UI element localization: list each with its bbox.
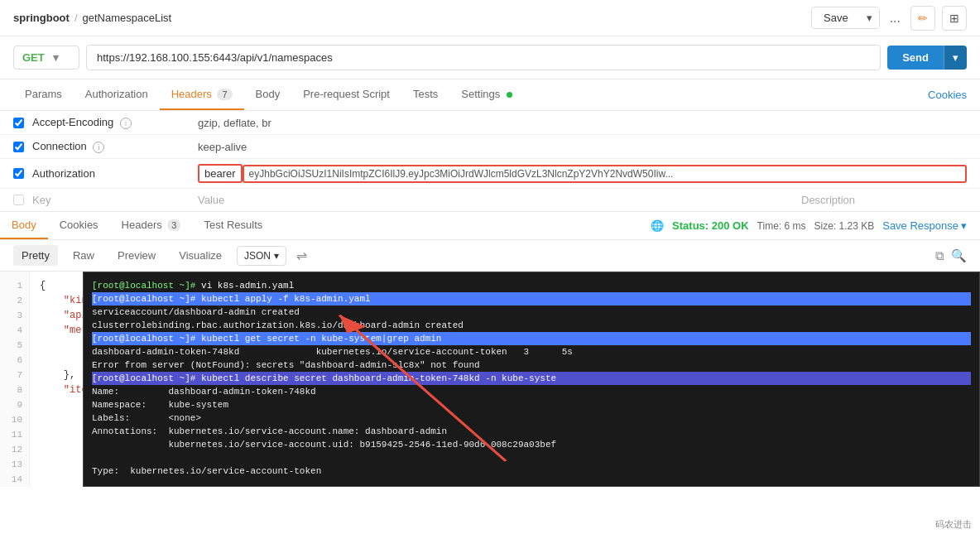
line-num-2: 2	[3, 293, 22, 308]
format-label: JSON	[244, 250, 271, 262]
info-icon-connection[interactable]: i	[93, 142, 104, 153]
header-key-authorization: Authorization	[32, 167, 198, 180]
save-button[interactable]: Save	[812, 7, 860, 28]
response-tab-body[interactable]: Body	[0, 212, 48, 239]
line-num-12: 12	[3, 442, 22, 457]
code-tab-preview[interactable]: Preview	[109, 245, 164, 266]
tab-tests[interactable]: Tests	[401, 79, 449, 110]
response-time: Time: 6 ms	[757, 220, 806, 232]
line-num-8: 8	[3, 383, 22, 397]
bearer-label: bearer	[198, 164, 243, 183]
save-response-label: Save Response	[882, 219, 958, 232]
tab-prerequest[interactable]: Pre-request Script	[291, 79, 401, 110]
line-numbers: 1 2 3 4 5 6 7 8 9 10 11 12 13 14	[0, 272, 30, 487]
code-actions: ⧉ 🔍	[935, 248, 967, 263]
line-num-9: 9	[3, 397, 22, 412]
chevron-down-icon-response: ▾	[961, 219, 967, 232]
response-tab-test-results[interactable]: Test Results	[192, 212, 274, 239]
line-num-11: 11	[3, 427, 22, 442]
code-tab-visualize[interactable]: Visualize	[171, 245, 230, 266]
terminal-overlay[interactable]: [root@localhost ~]# vi k8s-admin.yaml [r…	[83, 272, 980, 487]
tab-headers[interactable]: Headers 7	[160, 79, 244, 110]
header-value-connection: keep-alive	[198, 141, 967, 153]
header-value-authorization: bearer eyJhbGciOiJSUzI1NiIsImtpZCI6IlJ9.…	[198, 164, 967, 183]
cookies-link[interactable]: Cookies	[928, 89, 967, 101]
new-header-key[interactable]: Key	[32, 194, 198, 206]
term-line-3: serviceaccount/dashboard-admin created	[92, 306, 971, 319]
term-line-6: dashboard-admin-token-748kd kubernetes.i…	[92, 345, 971, 359]
new-header-description: Description	[801, 194, 967, 206]
code-tab-pretty[interactable]: Pretty	[13, 245, 58, 266]
method-selector[interactable]: GET ▾	[13, 46, 79, 70]
format-selector[interactable]: JSON ▾	[237, 246, 286, 266]
header-key-accept-encoding: Accept-Encoding i	[32, 116, 198, 129]
term-line-10: Namespace: kube-system	[92, 398, 971, 411]
edit-icon: ✏	[918, 12, 928, 25]
line-num-5: 5	[3, 338, 22, 353]
search-button[interactable]: 🔍	[951, 248, 967, 263]
copy-button[interactable]: ⧉	[935, 248, 944, 263]
project-name[interactable]: springboot	[13, 12, 70, 24]
save-dropdown-button[interactable]: ▾	[860, 7, 879, 28]
header-row-authorization: Authorization bearer eyJhbGciOiJSUzI1NiI…	[0, 159, 980, 189]
top-actions: Save ▾ ... ✏ ⊞	[811, 6, 967, 31]
tab-body[interactable]: Body	[244, 79, 292, 110]
headers-section: Accept-Encoding i gzip, deflate, br Conn…	[0, 111, 980, 211]
send-button-group: Send ▾	[887, 46, 967, 70]
code-tab-raw[interactable]: Raw	[65, 245, 103, 266]
response-tab-headers[interactable]: Headers 3	[110, 212, 193, 239]
save-response-button[interactable]: Save Response ▾	[882, 219, 967, 232]
tab-authorization[interactable]: Authorization	[74, 79, 160, 110]
method-label: GET	[22, 51, 45, 64]
term-line-12: Annotations: kubernetes.io/service-accou…	[92, 425, 971, 438]
request-name[interactable]: getNamespaceList	[83, 12, 172, 24]
line-num-7: 7	[3, 368, 22, 383]
info-icon-accept-encoding[interactable]: i	[120, 118, 132, 129]
tabs-right: Cookies	[928, 89, 967, 101]
line-num-4: 4	[3, 323, 22, 338]
chevron-down-icon-format: ▾	[274, 250, 279, 262]
term-line-4: clusterrolebinding.rbac.authorization.k8…	[92, 319, 971, 332]
more-options-button[interactable]: ...	[886, 11, 904, 26]
code-toolbar: Pretty Raw Preview Visualize JSON ▾ ⇌ ⧉ …	[0, 240, 980, 272]
url-input[interactable]	[86, 45, 881, 70]
chevron-down-icon: ▾	[53, 51, 59, 64]
top-bar: springboot / getNamespaceList Save ▾ ...…	[0, 0, 980, 36]
response-meta: 🌐 Status: 200 OK Time: 6 ms Size: 1.23 K…	[651, 219, 980, 232]
edit-icon-button[interactable]: ✏	[910, 6, 935, 31]
breadcrumb: springboot / getNamespaceList	[13, 12, 171, 24]
line-num-14: 14	[3, 472, 22, 487]
send-button[interactable]: Send	[887, 46, 944, 70]
request-tabs: Params Authorization Headers 7 Body Pre-…	[0, 79, 980, 111]
line-num-10: 10	[3, 412, 22, 427]
header-check-connection[interactable]	[13, 142, 24, 152]
new-header-check[interactable]	[13, 195, 24, 205]
term-line-13: kubernetes.io/service-account.uid: b9159…	[92, 438, 971, 451]
header-value-accept-encoding: gzip, deflate, br	[198, 117, 967, 129]
filter-icon[interactable]: ⇌	[296, 248, 307, 263]
header-row-accept-encoding: Accept-Encoding i gzip, deflate, br	[0, 111, 980, 135]
auth-token-value[interactable]: eyJhbGciOiJSUzI1NiIsImtpZCI6IlJ9.eyJpc3M…	[243, 165, 967, 183]
save-button-group: Save ▾	[811, 7, 880, 29]
header-check-authorization[interactable]	[13, 168, 24, 179]
tab-settings[interactable]: Settings	[449, 79, 524, 110]
url-bar: GET ▾ Send ▾	[0, 36, 980, 79]
response-status: Status: 200 OK	[672, 219, 748, 232]
new-header-value[interactable]: Value	[198, 194, 801, 206]
term-line-11: Labels: <none>	[92, 411, 971, 425]
term-line-16	[92, 478, 971, 487]
tab-params[interactable]: Params	[13, 79, 74, 110]
term-line-7: Error from server (NotFound): secrets "d…	[92, 359, 971, 372]
term-line-15: Type: kubernetes.io/service-account-toke…	[92, 464, 971, 478]
header-check-accept-encoding[interactable]	[13, 118, 24, 128]
globe-icon: 🌐	[651, 219, 664, 232]
response-size: Size: 1.23 KB	[814, 220, 875, 232]
term-line-1: [root@localhost ~]# vi k8s-admin.yaml	[92, 279, 971, 292]
term-line-8: [root@localhost ~]# kubectl describe sec…	[92, 372, 971, 385]
layout-icon-button[interactable]: ⊞	[942, 6, 967, 31]
main-content: Body Cookies Headers 3 Test Results 🌐 St…	[0, 211, 980, 487]
send-dropdown-button[interactable]: ▾	[944, 46, 967, 70]
layout-icon: ⊞	[949, 12, 959, 25]
term-line-5: [root@localhost ~]# kubectl get secret -…	[92, 332, 971, 345]
response-tab-cookies[interactable]: Cookies	[48, 212, 110, 239]
